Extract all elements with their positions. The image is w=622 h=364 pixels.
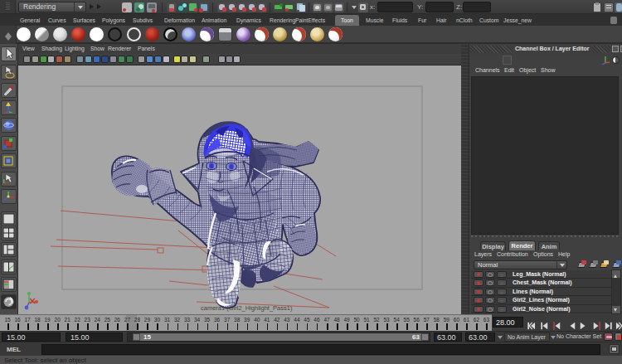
svg-text:camera1 (Girl2_Highlight_Pass1: camera1 (Girl2_Highlight_Pass1) <box>201 304 293 312</box>
